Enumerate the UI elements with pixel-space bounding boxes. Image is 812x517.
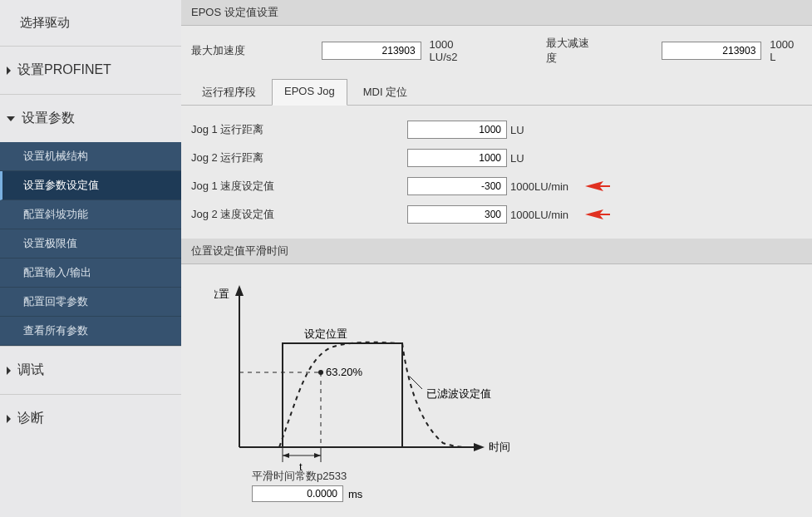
jog2-dist-label: Jog 2 运行距离	[191, 150, 407, 165]
tab-mdi[interactable]: MDI 定位	[351, 79, 420, 105]
svg-marker-5	[474, 443, 485, 451]
jog2-dist-unit: LU	[510, 152, 524, 165]
section-debug: 调试	[0, 346, 181, 394]
section-label: 调试	[17, 362, 44, 379]
arrow-icon	[585, 180, 610, 193]
caret-right-icon	[7, 415, 11, 423]
jog1-dist-input[interactable]	[407, 121, 507, 139]
smoothing-chart: 位置 时间 设定位置 已滤波设定值 63.20% t	[214, 281, 563, 472]
sidebar-item-ramp[interactable]: 配置斜坡功能	[0, 200, 181, 229]
section-label: 诊断	[17, 410, 44, 427]
jog1-speed-unit: 1000LU/min	[510, 180, 568, 193]
caret-right-icon	[7, 66, 11, 75]
svg-marker-3	[235, 285, 244, 296]
x-axis-label: 时间	[489, 441, 510, 453]
smoothing-param-label: 平滑时间常数p2533	[252, 469, 362, 484]
tabs: 运行程序段 EPOS Jog MDI 定位	[181, 76, 812, 106]
jog-row: Jog 2 速度设定值 1000LU/min	[191, 200, 802, 229]
sidebar: 选择驱动 设置PROFINET 设置参数 设置机械结构 设置参数设定值 配置斜坡…	[0, 0, 181, 517]
tab-epos-jog[interactable]: EPOS Jog	[272, 79, 347, 106]
jog2-speed-input[interactable]	[407, 205, 507, 224]
sidebar-header: 选择驱动	[0, 0, 181, 46]
arrow-icon	[585, 208, 610, 221]
caret-right-icon	[7, 367, 11, 375]
jog1-dist-unit: LU	[510, 124, 524, 136]
sidebar-item-limits[interactable]: 设置极限值	[0, 229, 181, 258]
main-content: EPOS 设定值设置 最大加速度 1000 LU/s2 最大减速度 1000 L…	[181, 0, 812, 517]
percent-label: 63.20%	[326, 366, 363, 378]
svg-marker-11	[283, 453, 289, 458]
max-decel-label: 最大减速度	[546, 36, 598, 66]
sidebar-item-homing[interactable]: 配置回零参数	[0, 288, 181, 317]
jog-row: Jog 2 运行距离 LU	[191, 144, 802, 172]
section-title-params[interactable]: 设置参数	[0, 95, 181, 142]
jog-section: Jog 1 运行距离 LU Jog 2 运行距离 LU Jog 1 速度设定值 …	[181, 106, 812, 239]
svg-marker-0	[585, 181, 610, 191]
smoothing-param-input[interactable]	[252, 485, 343, 502]
jog1-speed-input[interactable]	[407, 177, 507, 195]
section-title-profinet[interactable]: 设置PROFINET	[0, 47, 181, 94]
section-label: 设置PROFINET	[17, 62, 111, 79]
caret-down-icon	[7, 116, 15, 121]
jog2-speed-label: Jog 2 速度设定值	[191, 207, 407, 222]
sidebar-item-allparams[interactable]: 查看所有参数	[0, 317, 181, 346]
filtered-label: 已滤波设定值	[426, 387, 491, 400]
section-params: 设置参数 设置机械结构 设置参数设定值 配置斜坡功能 设置极限值 配置输入/输出…	[0, 94, 181, 346]
section-title-diagnostics[interactable]: 诊断	[0, 395, 181, 442]
setpoint-label: 设定位置	[304, 327, 347, 340]
jog-row: Jog 1 速度设定值 1000LU/min	[191, 172, 802, 200]
jog2-speed-unit: 1000LU/min	[510, 209, 568, 221]
y-axis-label: 位置	[214, 288, 229, 300]
max-decel-unit: 1000 L	[770, 38, 802, 63]
max-accel-unit: 1000 LU/s2	[430, 38, 484, 63]
max-accel-label: 最大加速度	[191, 43, 317, 58]
sidebar-item-setpoint[interactable]: 设置参数设定值	[0, 171, 181, 200]
svg-point-9	[318, 370, 323, 375]
jog-row: Jog 1 运行距离 LU	[191, 116, 802, 144]
jog1-speed-label: Jog 1 速度设定值	[191, 179, 407, 194]
chart-area: 位置 时间 设定位置 已滤波设定值 63.20% t 平滑时间常数	[181, 264, 812, 517]
smoothing-panel-title: 位置设定值平滑时间	[181, 239, 812, 264]
section-label: 设置参数	[22, 110, 75, 127]
section-diagnostics: 诊断	[0, 394, 181, 442]
tab-traversing[interactable]: 运行程序段	[189, 79, 268, 105]
panel-title: EPOS 设定值设置	[181, 0, 812, 26]
svg-marker-1	[585, 209, 610, 219]
jog1-dist-label: Jog 1 运行距离	[191, 122, 407, 137]
sidebar-item-mech[interactable]: 设置机械结构	[0, 142, 181, 171]
sidebar-item-io[interactable]: 配置输入/输出	[0, 258, 181, 288]
section-profinet: 设置PROFINET	[0, 46, 181, 94]
max-accel-input[interactable]	[322, 42, 421, 60]
subitems: 设置机械结构 设置参数设定值 配置斜坡功能 设置极限值 配置输入/输出 配置回零…	[0, 142, 181, 346]
section-title-debug[interactable]: 调试	[0, 347, 181, 394]
accel-row: 最大加速度 1000 LU/s2 最大减速度 1000 L	[181, 26, 812, 76]
svg-marker-12	[314, 453, 321, 458]
jog2-dist-input[interactable]	[407, 149, 507, 167]
smoothing-param-row: 平滑时间常数p2533 ms	[252, 469, 779, 502]
max-decel-input[interactable]	[662, 42, 761, 60]
smoothing-param-unit: ms	[348, 488, 362, 500]
